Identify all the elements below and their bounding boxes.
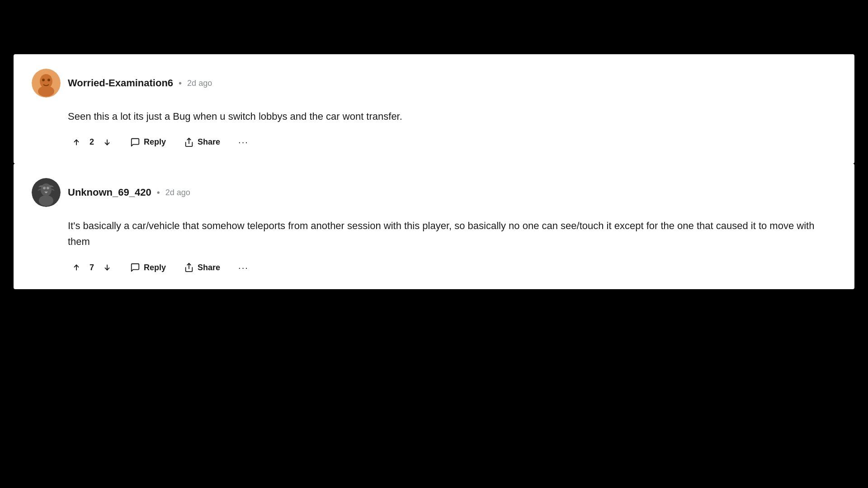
vote-group: 7 [68,261,116,274]
user-info: Unknown_69_420 • 2d ago [68,187,190,198]
more-options-button[interactable]: ··· [235,261,252,275]
username: Unknown_69_420 [68,187,151,198]
separator: • [179,78,182,89]
upvote-icon [71,137,81,147]
comment-actions: 7 Reply [68,261,836,275]
comment-card-1: Worried-Examination6 • 2d ago Seen this … [14,54,854,164]
avatar [32,178,61,207]
comment-text: It's basically a car/vehicle that someho… [68,218,836,249]
comment-header: Worried-Examination6 • 2d ago [32,69,836,98]
reply-label: Reply [144,137,166,147]
reply-icon [130,263,140,272]
avatar [32,69,61,98]
more-options-button[interactable]: ··· [235,135,252,149]
comment-card-2: Unknown_69_420 • 2d ago It's basically a… [14,164,854,289]
svg-point-3 [42,79,45,81]
reply-button[interactable]: Reply [127,261,170,274]
share-icon [184,263,194,272]
username: Worried-Examination6 [68,77,173,89]
timestamp: 2d ago [187,79,212,88]
more-options-icon: ··· [238,263,249,272]
comment-text: Seen this a lot its just a Bug when u sw… [68,108,836,124]
user-info: Worried-Examination6 • 2d ago [68,77,212,89]
avatar-icon [32,178,61,207]
comment-actions: 2 Reply [68,135,836,149]
upvote-button[interactable] [68,136,85,149]
downvote-button[interactable] [99,136,116,149]
downvote-button[interactable] [99,261,116,274]
share-button[interactable]: Share [180,136,224,149]
downvote-icon [102,263,112,272]
vote-count: 7 [90,263,94,272]
upvote-button[interactable] [68,261,85,274]
comment-header: Unknown_69_420 • 2d ago [32,178,836,207]
separator: • [157,188,160,198]
share-label: Share [198,263,220,272]
reply-button[interactable]: Reply [127,136,170,149]
svg-point-10 [39,195,53,206]
vote-group: 2 [68,136,116,149]
vote-count: 2 [90,137,94,147]
more-options-icon: ··· [238,137,249,147]
svg-point-4 [47,79,50,81]
share-label: Share [198,137,220,147]
downvote-icon [102,137,112,147]
avatar-icon [32,69,61,98]
svg-point-2 [38,86,54,97]
upvote-icon [71,263,81,272]
reply-icon [130,137,140,147]
reply-label: Reply [144,263,166,272]
share-button[interactable]: Share [180,261,224,274]
timestamp: 2d ago [165,188,190,197]
share-icon [184,137,194,147]
